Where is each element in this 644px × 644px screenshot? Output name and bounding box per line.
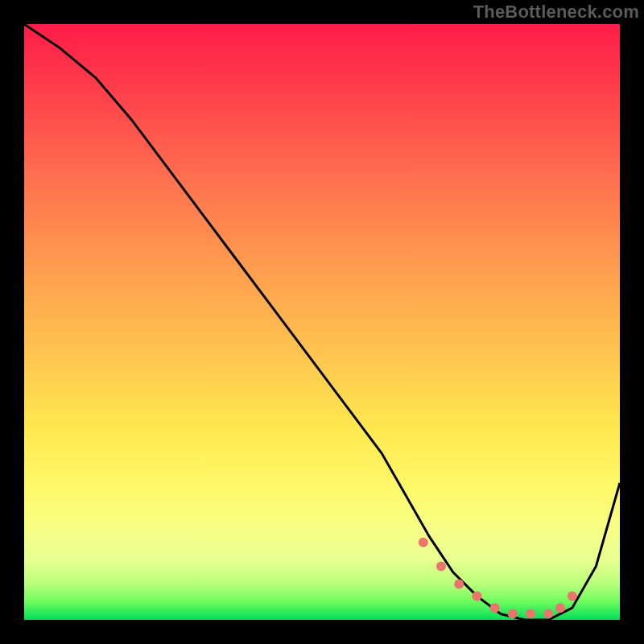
highlight-dot	[472, 591, 481, 601]
chart-frame: TheBottleneck.com	[0, 0, 644, 644]
highlight-dot	[454, 580, 464, 589]
watermark-text: TheBottleneck.com	[473, 2, 639, 23]
highlight-dot	[568, 591, 577, 601]
highlight-dot	[436, 561, 446, 571]
highlight-dot	[419, 538, 428, 547]
curve-layer	[24, 24, 620, 620]
highlight-dot	[526, 609, 535, 619]
plot-area	[24, 24, 620, 620]
bottleneck-curve-path	[24, 24, 620, 620]
highlight-dot	[508, 609, 518, 619]
highlight-dot	[543, 609, 553, 619]
highlight-dots-group	[419, 538, 577, 619]
highlight-dot	[555, 603, 565, 613]
highlight-dot	[490, 603, 500, 613]
